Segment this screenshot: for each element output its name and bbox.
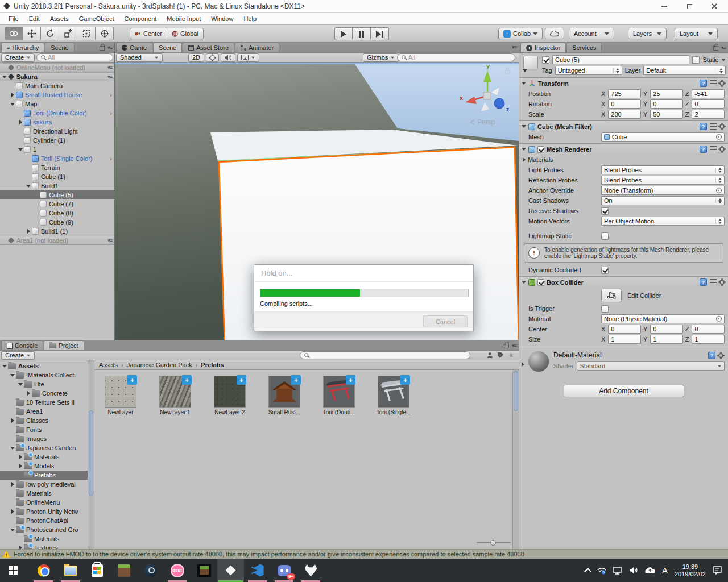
- size-z-field[interactable]: 1: [692, 335, 725, 344]
- help-icon[interactable]: ?: [700, 278, 707, 286]
- project-folder-area1[interactable]: Area1: [0, 407, 94, 416]
- foldout-icon[interactable]: [1, 76, 8, 78]
- project-folder-photonchatapi[interactable]: PhotonChatApi: [0, 516, 94, 525]
- tab-hierarchy[interactable]: ≡Hierarchy: [1, 43, 44, 52]
- hierarchy-item-area1-not-loaded[interactable]: Area1 (not loaded)▾≡: [0, 236, 114, 245]
- status-bar[interactable]: ! Forced to initialize FMOD to to the de…: [0, 549, 728, 559]
- project-tree-scrollbar[interactable]: [88, 360, 94, 549]
- foldout-icon[interactable]: [25, 391, 32, 396]
- lock-icon[interactable]: [100, 46, 105, 51]
- layers-dropdown[interactable]: Layers: [628, 28, 667, 39]
- center-y-field[interactable]: 0: [650, 325, 683, 334]
- foldout-icon[interactable]: [17, 455, 24, 459]
- foldout-icon[interactable]: [17, 148, 24, 151]
- foldout-icon[interactable]: [9, 103, 16, 106]
- hierarchy-item-cylinder-1[interactable]: Cylinder (1): [0, 136, 114, 145]
- menu-window[interactable]: Window: [206, 13, 238, 25]
- foldout-icon[interactable]: [17, 464, 24, 468]
- audio-toggle[interactable]: [221, 53, 235, 62]
- taskbar-minecraft[interactable]: [110, 559, 137, 582]
- gear-icon[interactable]: [719, 147, 725, 152]
- scale-z-field[interactable]: 2: [692, 110, 725, 119]
- rotation-x-field[interactable]: 0: [608, 99, 641, 109]
- scene-search-input[interactable]: All: [397, 53, 515, 61]
- minimize-button[interactable]: [652, 0, 677, 13]
- draw-mode-dropdown[interactable]: Shaded: [116, 53, 163, 62]
- hierarchy-item-main-camera[interactable]: Main Camera: [0, 81, 114, 90]
- slider-knob[interactable]: [490, 540, 496, 546]
- object-picker-icon[interactable]: [716, 188, 722, 193]
- add-to-scene-icon[interactable]: +: [291, 375, 301, 385]
- hierarchy-item-small-rusted-house[interactable]: Small Rusted House›: [0, 90, 114, 99]
- taskbar-minecraft-server[interactable]: [191, 559, 217, 582]
- physic-material-field[interactable]: None (Physic Material): [601, 314, 725, 323]
- foldout-icon[interactable]: [9, 509, 16, 514]
- project-folder-classes[interactable]: Classes: [0, 416, 94, 425]
- dynamic-occluded-checkbox[interactable]: [601, 267, 609, 274]
- scale-y-field[interactable]: 50: [650, 110, 683, 119]
- favorites-icon[interactable]: ★: [508, 351, 514, 359]
- project-folder-onlinemenu[interactable]: OnlineMenu: [0, 498, 94, 507]
- active-checkbox[interactable]: [542, 56, 549, 64]
- project-folder-prefabs[interactable]: Prefabs: [0, 471, 94, 480]
- taskbar-explorer[interactable]: [57, 559, 84, 582]
- foldout-icon[interactable]: [9, 482, 16, 487]
- rotation-z-field[interactable]: 0: [692, 99, 725, 109]
- project-folder-low-poly-medieval[interactable]: low poly medieval: [0, 480, 94, 489]
- hierarchy-item-cube-1[interactable]: Cube (1): [0, 172, 114, 181]
- gameobject-name-field[interactable]: Cube (5): [552, 55, 689, 64]
- hierarchy-item-directional-light[interactable]: Directional Light: [0, 127, 114, 136]
- gear-icon[interactable]: [719, 81, 725, 86]
- taskbar-store[interactable]: [84, 559, 110, 582]
- foldout-icon[interactable]: [9, 93, 16, 97]
- hierarchy-item-cube-7[interactable]: Cube (7): [0, 199, 114, 209]
- chevron-down-icon[interactable]: [721, 59, 726, 61]
- hand-tool-button[interactable]: [5, 27, 23, 40]
- receive-shadows-checkbox[interactable]: [601, 207, 609, 215]
- maximize-button[interactable]: [677, 0, 702, 13]
- onedrive-icon[interactable]: [645, 567, 655, 574]
- transform-tool-button[interactable]: [96, 27, 114, 40]
- 2d-toggle[interactable]: 2D: [188, 53, 204, 62]
- breadcrumb-item-prefabs[interactable]: Prefabs: [201, 361, 224, 368]
- hierarchy-item-cube-5[interactable]: Cube (5): [0, 190, 114, 199]
- move-tool-button[interactable]: [23, 27, 41, 40]
- action-center-icon[interactable]: [713, 566, 722, 575]
- hierarchy-item-sakura[interactable]: Sakura▾≡: [0, 72, 114, 81]
- preset-icon[interactable]: [710, 146, 717, 152]
- hierarchy-item-torii-single-color[interactable]: Torii (Single Color)›: [0, 154, 114, 163]
- panel-menu-icon[interactable]: ▾≡: [512, 343, 516, 348]
- lock-icon[interactable]: [713, 46, 718, 51]
- foldout-icon[interactable]: [9, 418, 16, 423]
- cloud-button[interactable]: [545, 28, 564, 39]
- taskbar-clock[interactable]: 19:39 2019/02/02: [675, 563, 706, 578]
- is-trigger-checkbox[interactable]: [601, 305, 609, 313]
- static-checkbox[interactable]: [692, 56, 700, 64]
- foldout-icon[interactable]: [17, 383, 24, 386]
- hierarchy-item-map[interactable]: Map: [0, 99, 114, 109]
- rotate-tool-button[interactable]: [41, 27, 59, 40]
- foldout-icon[interactable]: [9, 447, 16, 450]
- scene-viewport[interactable]: y x z Persp Hold on... Compiling scripts…: [115, 63, 519, 340]
- prefab-chevron-icon[interactable]: ›: [110, 92, 112, 98]
- play-button[interactable]: [334, 27, 353, 40]
- hierarchy-create-dropdown[interactable]: Create: [1, 53, 35, 62]
- asset-torii-doub[interactable]: +Torii (Doub...: [317, 376, 361, 415]
- add-to-scene-icon[interactable]: +: [127, 375, 137, 385]
- hierarchy-item-build1[interactable]: Build1: [0, 181, 114, 190]
- panel-menu-icon[interactable]: ▾≡: [107, 74, 112, 80]
- tab-services[interactable]: Services: [566, 43, 602, 52]
- volume-icon[interactable]: [630, 567, 638, 574]
- add-to-scene-icon[interactable]: +: [182, 375, 192, 385]
- preset-icon[interactable]: [710, 80, 717, 86]
- foldout-icon[interactable]: [17, 120, 24, 124]
- project-folder-models[interactable]: Models: [0, 462, 94, 471]
- help-icon[interactable]: ?: [700, 123, 707, 130]
- motion-vectors-dropdown[interactable]: Per Object Motion: [601, 217, 725, 226]
- gizmo-persp-label[interactable]: Persp: [477, 118, 495, 126]
- effects-dropdown[interactable]: [237, 53, 259, 62]
- search-by-label-icon[interactable]: [498, 352, 503, 358]
- project-folder-photon-unity-netw[interactable]: Photon Unity Netw: [0, 507, 94, 516]
- rect-tool-button[interactable]: [77, 27, 96, 40]
- gear-icon[interactable]: [718, 353, 723, 358]
